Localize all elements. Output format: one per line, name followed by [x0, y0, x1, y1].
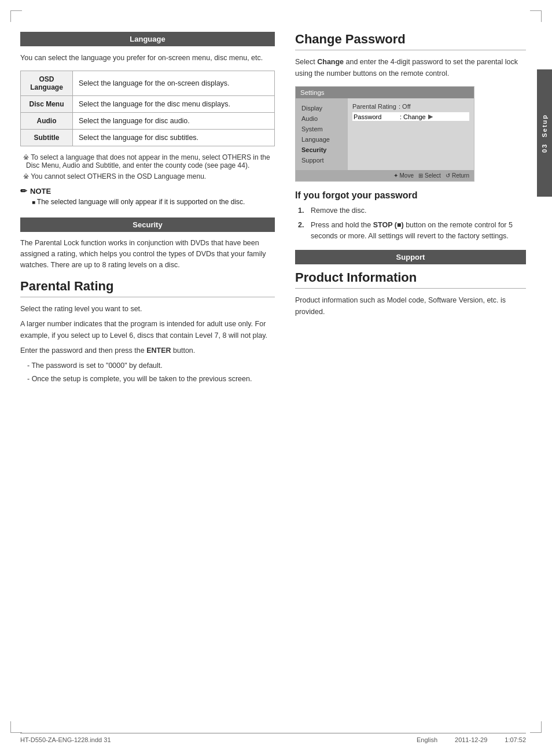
language-desc-1: Select the language for the disc menu di… [73, 96, 275, 113]
password-value: : Change [400, 113, 426, 120]
settings-body: DisplayAudioSystemLanguageSecuritySuppor… [296, 98, 474, 170]
language-intro: You can select the language you prefer f… [20, 52, 275, 64]
support-header: Support [295, 250, 526, 264]
settings-row-parental: Parental Rating : Off [352, 103, 469, 110]
right-column: Change Password Select Change and enter … [286, 32, 526, 724]
product-info-body: Product information such as Model code, … [295, 294, 526, 318]
product-info-section: Product Information Product information … [295, 270, 526, 318]
forgot-pw-step-1: 1.Remove the disc. [298, 205, 526, 216]
step-text-1: Remove the disc. [311, 205, 367, 216]
step-number-2: 2. [298, 220, 307, 242]
security-header: Security [20, 217, 275, 232]
settings-mockup: Settings DisplayAudioSystemLanguageSecur… [295, 86, 474, 182]
parental-bullet-2: Once the setup is complete, you will be … [20, 373, 275, 385]
side-tab-text: 03 Setup [541, 114, 548, 153]
forgot-pw-step-2: 2.Press and hold the STOP (■) button on … [298, 220, 526, 242]
page-footer: HT-D550-ZA-ENG-1228.indd 31 English 2011… [20, 733, 526, 743]
note-item-2: You cannot select OTHERS in the OSD Lang… [20, 172, 275, 180]
step-number-1: 1. [298, 205, 307, 216]
forgot-pw-title: If you forgot your password [295, 190, 526, 201]
security-intro: The Parental Lock function works in conj… [20, 238, 275, 270]
side-tab: 03 Setup [537, 69, 552, 197]
language-header: Language [20, 32, 275, 46]
note-box: ✏ NOTE The selected language will only a… [20, 186, 275, 206]
parental-rating-value: : Off [399, 103, 411, 110]
language-label-2: Audio [21, 113, 73, 130]
note-item-1: To select a language that does not appea… [20, 153, 275, 169]
settings-menu-item-system: System [296, 124, 348, 134]
parental-rating-section: Parental Rating Select the rating level … [20, 279, 275, 385]
support-section: Support Product Information Product info… [295, 250, 526, 318]
footer-date: 2011-12-29 [455, 736, 487, 743]
language-desc-0: Select the language for the on-screen di… [73, 71, 275, 96]
left-column: Language You can select the language you… [20, 32, 286, 724]
language-row-2: AudioSelect the language for disc audio. [21, 113, 275, 130]
security-section: Security The Parental Lock function work… [20, 217, 275, 270]
settings-menu-item-language: Language [296, 134, 348, 145]
corner-mark-tl [10, 10, 22, 22]
settings-menu-item-support: Support [296, 155, 348, 165]
language-section: Language You can select the language you… [20, 32, 275, 206]
product-info-title: Product Information [295, 270, 526, 289]
footer-time: 1:07:52 [505, 736, 526, 743]
settings-menu-item-audio: Audio [296, 113, 348, 124]
settings-row-password: Password : Change ▶ [352, 112, 469, 121]
settings-menu: DisplayAudioSystemLanguageSecuritySuppor… [296, 98, 348, 170]
pencil-icon: ✏ [20, 186, 27, 196]
select-icon: ⊞ [418, 172, 423, 179]
parental-rating-body: Select the rating level you want to set.… [20, 303, 275, 385]
password-label: Password [354, 113, 400, 120]
language-label-3: Subtitle [21, 130, 73, 146]
parental-body2: A larger number indicates that the progr… [20, 318, 275, 341]
settings-menu-item-display: Display [296, 103, 348, 113]
parental-bullet-1: The password is set to "0000" by default… [20, 360, 275, 371]
footer-right: English 2011-12-29 1:07:52 [417, 736, 526, 743]
note-bullet: The selected language will only appear i… [20, 198, 275, 206]
content-area: Language You can select the language you… [20, 32, 526, 724]
footer-language: English [417, 736, 437, 743]
parental-rating-title: Parental Rating [20, 279, 275, 297]
arrow-icon: ▶ [428, 113, 433, 120]
parental-body1: Select the rating level you want to set. [20, 303, 275, 315]
language-notes: To select a language that does not appea… [20, 153, 275, 180]
language-desc-2: Select the language for disc audio. [73, 113, 275, 130]
note-title: ✏ NOTE [20, 186, 275, 196]
corner-mark-br [530, 721, 542, 733]
change-password-section: Change Password Select Change and enter … [295, 32, 526, 182]
footer-filename: HT-D550-ZA-ENG-1228.indd 31 [20, 736, 111, 743]
language-table: OSDLanguageSelect the language for the o… [20, 71, 275, 146]
parental-body3: Enter the password and then press the EN… [20, 345, 275, 356]
parental-rating-label: Parental Rating [352, 103, 399, 110]
numbered-list: 1.Remove the disc.2.Press and hold the S… [295, 205, 526, 241]
settings-content: Parental Rating : Off Password : Change … [348, 98, 474, 170]
move-icon: ✦ [393, 172, 398, 179]
page-wrapper: 03 Setup Language You can select the lan… [0, 0, 552, 756]
step-text-2: Press and hold the STOP (■) button on th… [311, 220, 526, 242]
language-desc-3: Select the language for disc subtitles. [73, 130, 275, 146]
settings-menu-item-security: Security [296, 145, 348, 155]
language-row-3: SubtitleSelect the language for disc sub… [21, 130, 275, 146]
language-label-1: Disc Menu [21, 96, 73, 113]
change-password-title: Change Password [295, 32, 526, 50]
language-label-0: OSDLanguage [21, 71, 73, 96]
language-row-1: Disc MenuSelect the language for the dis… [21, 96, 275, 113]
settings-title-bar: Settings [296, 87, 474, 98]
return-icon: ↺ [446, 172, 450, 179]
language-row-0: OSDLanguageSelect the language for the o… [21, 71, 275, 96]
corner-mark-tr [530, 10, 542, 22]
cp-intro: Select Change and enter the 4-digit pass… [295, 56, 526, 79]
forgot-password-section: If you forgot your password 1.Remove the… [295, 190, 526, 241]
settings-footer: ✦ Move ⊞ Select ↺ Return [296, 170, 474, 181]
